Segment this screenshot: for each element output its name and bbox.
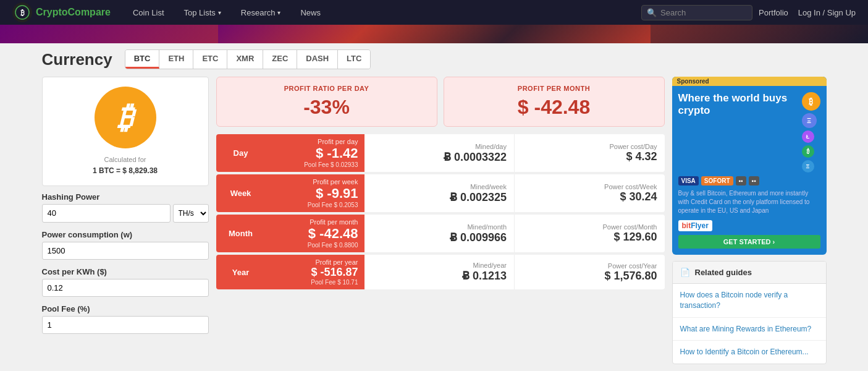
tab-btc[interactable]: BTC bbox=[125, 50, 160, 69]
nav-items: Coin List Top Lists ▾ Research ▾ News bbox=[123, 0, 635, 25]
hashing-power-group: Hashing Power TH/s GH/s MH/s bbox=[42, 192, 209, 223]
btc-symbol-text: ₿ bbox=[117, 100, 133, 135]
visa-logo: VISA bbox=[678, 176, 699, 186]
profit-row-day: Day Profit per day $ -1.42 Pool Fee $ 0.… bbox=[216, 134, 665, 172]
pay-logo-1: ▪▪ bbox=[736, 176, 746, 186]
profit-ratio-card: PROFIT RATIO PER DAY -33% bbox=[216, 77, 437, 127]
tab-zec[interactable]: ZEC bbox=[263, 50, 297, 69]
bitflyer-logo: bitFlyer bbox=[678, 220, 712, 231]
related-guides: 📄 Related guides How does a Bitcoin node… bbox=[672, 261, 827, 364]
logo-text: CryptoCompare bbox=[36, 7, 111, 18]
tab-eth[interactable]: ETH bbox=[159, 50, 193, 69]
right-panel: Sponsored Where the world buys crypto ₿ … bbox=[672, 77, 827, 364]
tab-etc[interactable]: ETC bbox=[193, 50, 227, 69]
tab-xmr[interactable]: XMR bbox=[227, 50, 263, 69]
profit-ratio-value: -33% bbox=[227, 96, 427, 119]
search-icon: 🔍 bbox=[647, 8, 657, 17]
ad-content: Where the world buys crypto ₿ Ξ Ł ₿ Ξ VI… bbox=[672, 86, 827, 255]
ad-brand: bitFlyer bbox=[678, 220, 820, 231]
research-chevron: ▾ bbox=[277, 9, 280, 16]
profit-month-label: PROFIT PER MONTH bbox=[454, 85, 654, 92]
cost-kwh-group: Cost per KWh ($) bbox=[42, 267, 209, 297]
profit-month-main: Profit per month $ -42.48 Pool Fee $ 0.8… bbox=[266, 215, 364, 252]
profit-row-month: Month Profit per month $ -42.48 Pool Fee… bbox=[216, 215, 665, 252]
hashing-power-label: Hashing Power bbox=[42, 192, 209, 202]
nav-right: Portfolio Log In / Sign Up bbox=[759, 8, 856, 17]
profit-year-main: Profit per year $ -516.87 Pool Fee $ 10.… bbox=[266, 255, 364, 289]
mined-day: Mined/day Ƀ 0.0003322 bbox=[364, 134, 515, 172]
tab-ltc[interactable]: LTC bbox=[338, 50, 370, 69]
main-content: ₿ Calculated for 1 BTC = $ 8,829.38 Hash… bbox=[42, 77, 827, 364]
profit-month-value: $ -42.48 bbox=[454, 96, 654, 119]
ad-btc-coin-icon: ₿ bbox=[802, 92, 820, 111]
profit-ratio-label: PROFIT RATIO PER DAY bbox=[227, 85, 427, 92]
calculated-for: Calculated for 1 BTC = $ 8,829.38 bbox=[52, 155, 199, 176]
ad-description: Buy & sell Bitcoin, Ethereum and more in… bbox=[678, 189, 820, 215]
ad-eth2-coin-icon: Ξ bbox=[802, 160, 814, 173]
left-panel: ₿ Calculated for 1 BTC = $ 8,829.38 Hash… bbox=[42, 77, 209, 364]
profit-row-year: Year Profit per year $ -516.87 Pool Fee … bbox=[216, 255, 665, 289]
search-input[interactable] bbox=[660, 8, 747, 17]
nav-news[interactable]: News bbox=[290, 0, 331, 25]
navbar: ₿ CryptoCompare Coin List Top Lists ▾ Re… bbox=[0, 0, 868, 25]
guide-item-1[interactable]: How does a Bitcoin node verify a transac… bbox=[673, 284, 826, 318]
pay-logo-2: ▪▪ bbox=[749, 176, 759, 186]
related-guides-header: 📄 Related guides bbox=[673, 262, 826, 284]
banner bbox=[0, 25, 868, 43]
hashing-power-input[interactable] bbox=[42, 204, 171, 223]
cost-kwh-input[interactable] bbox=[42, 279, 209, 297]
pool-fee-input[interactable] bbox=[42, 316, 209, 334]
nav-coin-list[interactable]: Coin List bbox=[123, 0, 174, 25]
ad-btc2-coin-icon: ₿ bbox=[802, 145, 814, 158]
portfolio-link[interactable]: Portfolio bbox=[759, 8, 788, 17]
mined-week: Mined/week Ƀ 0.002325 bbox=[364, 174, 515, 212]
login-link[interactable]: Log In / Sign Up bbox=[798, 8, 856, 17]
hashing-power-unit-select[interactable]: TH/s GH/s MH/s bbox=[173, 204, 209, 223]
ad-headline: Where the world buys crypto bbox=[678, 92, 798, 117]
period-month: Month bbox=[216, 215, 266, 252]
nav-research[interactable]: Research ▾ bbox=[231, 0, 291, 25]
logo[interactable]: ₿ CryptoCompare bbox=[12, 2, 111, 22]
profit-week-main: Profit per week $ -9.91 Pool Fee $ 0.205… bbox=[266, 174, 364, 212]
power-consumption-label: Power consumption (w) bbox=[42, 230, 209, 239]
currency-header: Currency BTC ETH ETC XMR ZEC DASH LTC bbox=[42, 49, 827, 69]
nav-top-lists[interactable]: Top Lists ▾ bbox=[174, 0, 231, 25]
page: Currency BTC ETH ETC XMR ZEC DASH LTC ₿ … bbox=[33, 43, 836, 370]
mined-month: Mined/month Ƀ 0.009966 bbox=[364, 215, 515, 252]
logo-icon: ₿ bbox=[12, 2, 32, 22]
power-week: Power cost/Week $ 30.24 bbox=[515, 174, 665, 212]
cost-kwh-label: Cost per KWh ($) bbox=[42, 267, 209, 276]
pool-fee-label: Pool Fee (%) bbox=[42, 304, 209, 313]
sponsored-tag: Sponsored bbox=[672, 77, 827, 86]
guide-item-2[interactable]: What are Mining Rewards in Ethereum? bbox=[673, 318, 826, 341]
sofort-logo: SOFORT bbox=[701, 176, 733, 186]
profit-row-week: Week Profit per week $ -9.91 Pool Fee $ … bbox=[216, 174, 665, 212]
power-consumption-input[interactable] bbox=[42, 242, 209, 260]
power-day: Power cost/Day $ 4.32 bbox=[515, 134, 665, 172]
ad-logos: VISA SOFORT ▪▪ ▪▪ bbox=[678, 176, 820, 186]
period-week: Week bbox=[216, 174, 266, 212]
power-month: Power cost/Month $ 129.60 bbox=[515, 215, 665, 252]
ad-cta-button[interactable]: GET STARTED › bbox=[678, 235, 820, 249]
ad-card[interactable]: Sponsored Where the world buys crypto ₿ … bbox=[672, 77, 827, 255]
mined-year: Mined/year Ƀ 0.1213 bbox=[364, 255, 515, 289]
coin-card: ₿ Calculated for 1 BTC = $ 8,829.38 bbox=[42, 77, 209, 186]
pool-fee-group: Pool Fee (%) bbox=[42, 304, 209, 334]
profit-table: Day Profit per day $ -1.42 Pool Fee $ 0.… bbox=[216, 134, 665, 289]
ad-eth-coin-icon: Ξ bbox=[802, 113, 817, 128]
top-lists-chevron: ▾ bbox=[218, 9, 221, 16]
svg-text:₿: ₿ bbox=[20, 9, 25, 17]
profit-month-card: PROFIT PER MONTH $ -42.48 bbox=[444, 77, 665, 127]
guide-item-3[interactable]: How to Identify a Bitcoin or Ethereum... bbox=[673, 341, 826, 364]
center-panel: PROFIT RATIO PER DAY -33% PROFIT PER MON… bbox=[216, 77, 665, 364]
guide-icon: 📄 bbox=[680, 268, 690, 277]
period-day: Day bbox=[216, 134, 266, 172]
tab-dash[interactable]: DASH bbox=[297, 50, 338, 69]
currency-tabs: BTC ETH ETC XMR ZEC DASH LTC bbox=[125, 49, 371, 69]
ad-ltc-coin-icon: Ł bbox=[802, 130, 814, 143]
profit-summary: PROFIT RATIO PER DAY -33% PROFIT PER MON… bbox=[216, 77, 665, 127]
period-year: Year bbox=[216, 255, 266, 289]
power-year: Power cost/Year $ 1,576.80 bbox=[515, 255, 665, 289]
btc-icon: ₿ bbox=[95, 87, 156, 148]
search-box[interactable]: 🔍 bbox=[641, 5, 752, 20]
